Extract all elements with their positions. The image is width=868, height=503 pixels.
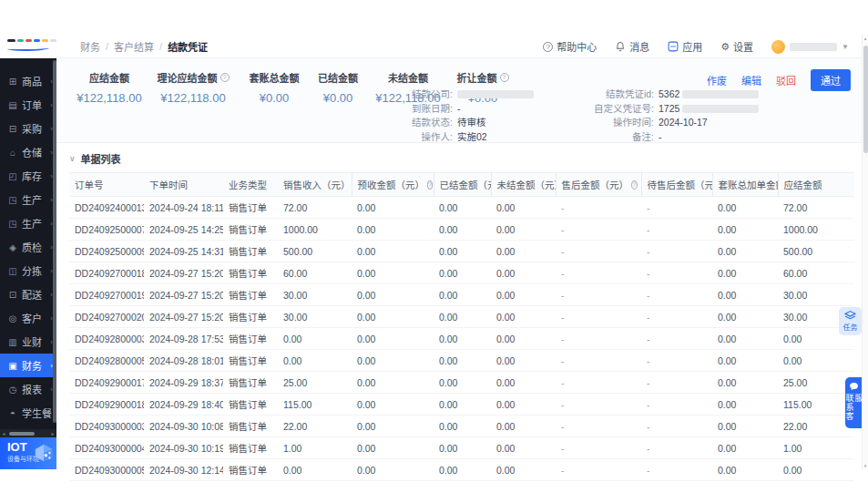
info-value-text: 实施02: [457, 131, 487, 143]
sidebar-item-label: 库存: [22, 169, 42, 183]
sidebar-item-label: 分拣: [22, 263, 42, 278]
column-header-inner: 预收金额（元）?: [358, 178, 430, 191]
column-header-label: 售后金额（元）: [562, 178, 629, 191]
stat-label-text: 折让金额: [457, 70, 497, 85]
order-no-cell: DD24092900018: [69, 394, 144, 416]
settled-amount-cell: 0.00: [434, 459, 491, 481]
sidebar-item-orders[interactable]: ▤订单›: [0, 93, 56, 117]
chat-icon: [849, 382, 859, 392]
topbar-item-help[interactable]: ?帮助中心: [543, 39, 597, 54]
sales-income-cell: 72.00: [278, 197, 352, 219]
sidebar-item-purchase[interactable]: ⊟采购›: [0, 117, 56, 140]
collapse-caret-icon[interactable]: ∨: [69, 154, 76, 163]
sidebar-horizontal-scrollbar[interactable]: ◂ ▸: [0, 429, 56, 437]
reject-button[interactable]: 驳回: [776, 73, 796, 87]
sidebar-item-business-finance[interactable]: ▥业财›: [0, 330, 56, 354]
topbar-item-label: 帮助中心: [557, 39, 597, 54]
breadcrumb-item[interactable]: 财务: [80, 39, 100, 54]
breadcrumb-item[interactable]: 客户结算: [114, 39, 154, 54]
unsettled-amount-cell: 0.00: [491, 284, 556, 306]
task-floating-button[interactable]: 任务: [839, 307, 862, 335]
customers-icon: ◎: [7, 313, 18, 323]
topbar-item-gear[interactable]: ⚙设置: [720, 39, 753, 54]
sidebar-item-finance[interactable]: ▣财务›: [0, 354, 56, 377]
edit-button[interactable]: 编辑: [741, 73, 761, 87]
sidebar-item-label: 配送: [22, 287, 42, 302]
unsettled-amount-cell: 0.00: [491, 219, 556, 241]
sidebar-item-warehouse[interactable]: ⌂仓储›: [0, 140, 56, 164]
sidebar-item-goods[interactable]: ⊞商品›: [0, 69, 56, 93]
voucher-info-right: 结款凭证id:5362自定义凭证号:1725操作时间:2024-10-17备注:…: [574, 88, 759, 145]
due-amount-cell: 30.00: [778, 284, 854, 306]
sidebar-item-production[interactable]: ◳生产›: [0, 188, 56, 211]
user-menu[interactable]: ▼: [771, 40, 849, 54]
aftersale-amount-cell: -: [556, 197, 641, 219]
info-label: 结款公司:: [396, 88, 453, 100]
due-amount-cell: 1000.00: [778, 219, 854, 241]
table-header-row: 订单号下单时间业务类型销售收入（元）?预收金额（元）?已结金额（元）?未结金额（…: [69, 173, 854, 197]
business-finance-icon: ▥: [7, 337, 18, 347]
aftersale-amount-cell: -: [556, 459, 641, 481]
info-icon[interactable]: ?: [220, 73, 230, 82]
info-icon[interactable]: ?: [500, 73, 509, 82]
sidebar-item-label: 生产: [22, 216, 42, 231]
approve-button[interactable]: 通过: [811, 69, 851, 91]
table-row: DD240927000182024-09-27 15:20销售订单60.000.…: [69, 262, 854, 284]
prepaid-amount-cell: 0.00: [352, 394, 434, 416]
info-label: 结款状态:: [396, 117, 453, 128]
ledger-add-amount-cell: 0.00: [712, 197, 778, 219]
sidebar-item-customers[interactable]: ◎客户›: [0, 306, 56, 330]
info-row: 到账日期:-: [396, 103, 534, 115]
due-amount-cell: 0.00: [778, 350, 854, 372]
info-icon[interactable]: ?: [631, 180, 638, 190]
column-header-label: 下单时间: [149, 178, 188, 191]
order-no-cell: DD24092700018: [69, 262, 144, 284]
info-value: 实施02: [457, 131, 487, 143]
due-amount-cell: 25.00: [778, 372, 854, 394]
topbar-item-bell[interactable]: 消息: [615, 39, 649, 54]
column-header-inner: 下单时间: [149, 178, 220, 191]
settled-amount-cell: 0.00: [434, 437, 491, 459]
aftersale-amount-cell: -: [556, 306, 641, 328]
scroll-up-icon[interactable]: ▴: [863, 35, 868, 42]
stat-label-text: 已结金额: [318, 70, 358, 85]
sidebar-item-delivery[interactable]: ⊡配送›: [0, 282, 56, 306]
column-header-inner: 应结金额: [784, 178, 852, 191]
order-time-cell: 2024-09-24 18:11: [144, 197, 223, 219]
settled-amount-cell: 0.00: [434, 197, 491, 219]
scroll-thumb[interactable]: [9, 432, 35, 436]
sidebar-item-production-2[interactable]: ◳生产›: [0, 211, 56, 235]
scroll-right-icon[interactable]: ▸: [49, 430, 56, 436]
sidebar-item-inventory[interactable]: ◰库存›: [0, 164, 56, 188]
sidebar: ⊞商品›▤订单›⊟采购›⌂仓储›◰库存›◳生产›◳生产›◈质检›◫分拣›⊡配送›…: [0, 58, 56, 469]
unsettled-amount-cell: 0.00: [491, 306, 556, 328]
sidebar-item-label: 财务: [22, 358, 42, 373]
scroll-left-icon[interactable]: ◂: [0, 430, 7, 436]
info-value-text: 2024-10-17: [659, 117, 708, 128]
ledger-add-amount-cell: 0.00: [712, 219, 778, 241]
settled-amount-cell: 0.00: [434, 306, 491, 328]
scroll-down-icon[interactable]: ▾: [863, 462, 868, 469]
void-button[interactable]: 作废: [707, 73, 727, 87]
page-scrollbar[interactable]: ▴ ▾: [862, 35, 868, 469]
sidebar-item-sorting[interactable]: ◫分拣›: [0, 259, 56, 282]
documents-section-header: ∨ 单据列表: [56, 143, 862, 172]
logo-bar: [34, 39, 40, 42]
stat-label: 折让金额?: [450, 70, 516, 85]
sales-income-cell: 0.00: [278, 459, 352, 481]
stat-card: 套账总金额¥0.00: [239, 70, 310, 105]
info-icon[interactable]: ?: [427, 180, 433, 190]
contact-service-button[interactable]: 联系客服: [845, 377, 863, 428]
logo-bar: [50, 39, 56, 42]
settled-amount-cell: 0.00: [434, 328, 491, 350]
sidebar-item-quality-check[interactable]: ◈质检›: [0, 235, 56, 259]
topbar: 财务/客户结算/结款凭证 ?帮助中心消息应用⚙设置 ▼: [0, 35, 862, 58]
pending-aftersale-amount-cell: -: [641, 459, 712, 481]
order-time-cell: 2024-09-27 15:20: [144, 306, 223, 328]
topbar-item-apps[interactable]: 应用: [668, 39, 702, 54]
sidebar-item-student-meal[interactable]: ◓学生餐: [0, 401, 56, 425]
sidebar-item-reports[interactable]: ◷报表›: [0, 377, 56, 401]
order-no-cell: DD24093000005: [69, 459, 144, 481]
iot-panel[interactable]: IOT 设备与环境: [0, 437, 56, 469]
page-scroll-thumb[interactable]: [863, 46, 868, 153]
